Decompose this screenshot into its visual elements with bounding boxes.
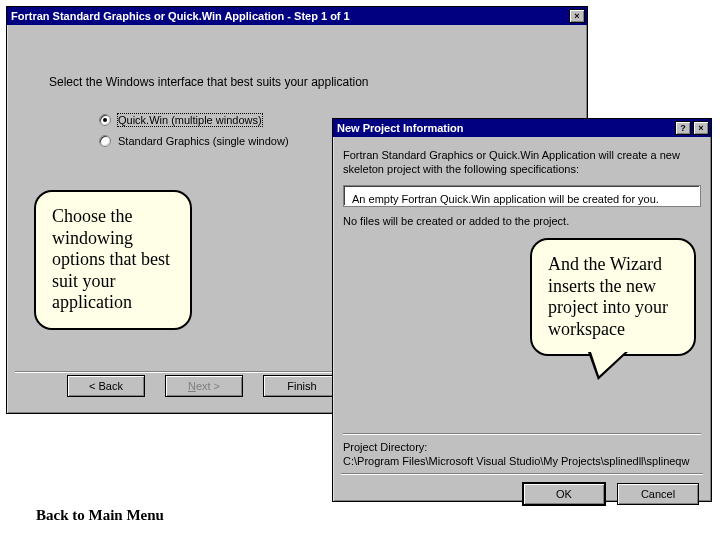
- divider: [343, 433, 701, 435]
- project-dir-path: C:\Program Files\Microsoft Visual Studio…: [343, 455, 701, 467]
- info-titlebar: New Project Information ? ×: [333, 119, 711, 137]
- callout-left: Choose the windowing options that best s…: [34, 190, 192, 330]
- finish-button[interactable]: Finish: [263, 375, 341, 397]
- callout-left-text: Choose the windowing options that best s…: [52, 206, 170, 312]
- cancel-button[interactable]: Cancel: [617, 483, 699, 505]
- wizard-step1-titlebar: Fortran Standard Graphics or Quick.Win A…: [7, 7, 587, 25]
- help-icon[interactable]: ?: [675, 121, 691, 135]
- info-spec-text: An empty Fortran Quick.Win application w…: [352, 193, 659, 205]
- radio-dot-icon: [99, 114, 111, 126]
- info-title: New Project Information: [337, 122, 464, 134]
- info-description: Fortran Standard Graphics or Quick.Win A…: [343, 149, 701, 177]
- info-spec-box: An empty Fortran Quick.Win application w…: [343, 185, 701, 207]
- next-button[interactable]: Next >: [165, 375, 243, 397]
- radio-quickwin-label: Quick.Win (multiple windows): [117, 113, 263, 127]
- radio-stdgraphics-label: Standard Graphics (single window): [117, 135, 290, 147]
- info-body-text: No files will be created or added to the…: [343, 215, 701, 227]
- project-dir-label: Project Directory:: [343, 441, 701, 453]
- callout-tail-icon: [588, 352, 628, 380]
- close-icon[interactable]: ×: [693, 121, 709, 135]
- back-button[interactable]: < Back: [67, 375, 145, 397]
- wizard-step1-title: Fortran Standard Graphics or Quick.Win A…: [11, 10, 350, 22]
- callout-right: And the Wizard inserts the new project i…: [530, 238, 696, 356]
- close-icon[interactable]: ×: [569, 9, 585, 23]
- wizard-instruction: Select the Windows interface that best s…: [49, 75, 575, 89]
- callout-right-text: And the Wizard inserts the new project i…: [548, 254, 668, 339]
- radio-dot-icon: [99, 135, 111, 147]
- back-to-main-link[interactable]: Back to Main Menu: [36, 507, 164, 524]
- ok-button[interactable]: OK: [523, 483, 605, 505]
